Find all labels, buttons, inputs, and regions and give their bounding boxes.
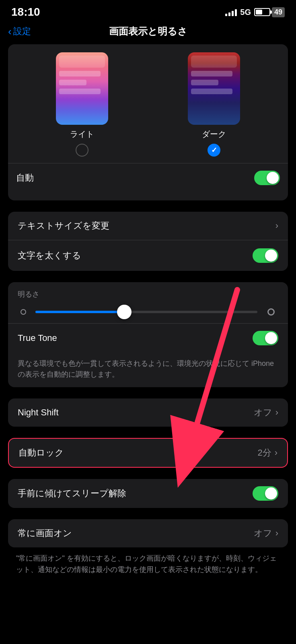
night-shift-section: Night Shift オフ › — [8, 398, 288, 427]
light-theme-preview — [56, 52, 108, 125]
back-button[interactable]: ‹ 設定 — [8, 25, 31, 38]
auto-lock-row[interactable]: 自動ロック 2分 › — [9, 439, 287, 467]
night-shift-row[interactable]: Night Shift オフ › — [8, 398, 288, 427]
chevron-right-icon: › — [275, 221, 278, 231]
brightness-slider-row[interactable] — [8, 301, 288, 323]
status-bar: 18:10 5G 49 — [0, 0, 296, 22]
battery-icon: 49 — [254, 7, 285, 17]
dark-theme-label: ダーク — [202, 129, 226, 140]
page-title: 画面表示と明るさ — [109, 25, 187, 38]
auto-label: 自動 — [16, 172, 34, 184]
sun-small-icon — [18, 306, 29, 318]
signal-icon — [225, 8, 237, 16]
bold-toggle-row[interactable]: 文字を太くする — [8, 240, 288, 271]
battery-percent: 49 — [272, 7, 285, 17]
auto-lock-section: 自動ロック 2分 › — [8, 438, 288, 468]
auto-lock-label: 自動ロック — [18, 447, 64, 459]
night-shift-value: オフ — [254, 407, 272, 419]
time-display: 18:10 — [11, 6, 40, 19]
dark-theme-preview — [188, 52, 240, 125]
bold-toggle[interactable] — [253, 248, 278, 263]
always-on-section: 常に画面オン オフ › — [8, 519, 288, 547]
bold-label: 文字を太くする — [18, 250, 81, 262]
true-tone-label: True Tone — [18, 333, 57, 343]
wake-label: 手前に傾けてスリープ解除 — [18, 487, 126, 500]
text-section: テキストサイズを変更 › 文字を太くする — [8, 212, 288, 271]
wake-toggle[interactable] — [253, 486, 278, 501]
status-right: 5G 49 — [225, 7, 285, 17]
network-label: 5G — [240, 8, 251, 17]
always-on-label: 常に画面オン — [18, 527, 72, 539]
sun-large-icon — [264, 305, 278, 319]
auto-lock-right: 2分 › — [257, 447, 278, 459]
dark-theme-option[interactable]: ダーク — [188, 52, 240, 157]
always-on-right: オフ › — [254, 527, 278, 539]
text-size-row[interactable]: テキストサイズを変更 › — [8, 212, 288, 240]
light-theme-label: ライト — [70, 129, 94, 140]
theme-options: ライト ダーク — [16, 52, 280, 157]
night-shift-right: オフ › — [254, 407, 278, 419]
true-tone-desc: 異なる環境でも色が一貫して表示されるように、環境光の状況に応じて iPhone … — [8, 353, 288, 387]
nav-bar: ‹ 設定 画面表示と明るさ — [0, 22, 296, 44]
auto-lock-chevron-icon: › — [275, 448, 278, 458]
always-on-row[interactable]: 常に画面オン オフ › — [8, 519, 288, 547]
back-chevron-icon: ‹ — [8, 25, 12, 38]
light-theme-option[interactable]: ライト — [56, 52, 108, 157]
brightness-label: 明るさ — [8, 282, 288, 301]
brightness-slider[interactable] — [35, 311, 257, 313]
true-tone-toggle[interactable] — [253, 331, 278, 345]
night-shift-chevron-icon: › — [275, 407, 278, 418]
auto-toggle-row[interactable]: 自動 — [16, 163, 280, 192]
always-on-value: オフ — [254, 527, 272, 539]
wake-section: 手前に傾けてスリープ解除 — [8, 479, 288, 508]
theme-section: ライト ダーク 自動 — [8, 44, 288, 200]
text-size-label: テキストサイズを変更 — [18, 220, 109, 232]
auto-toggle[interactable] — [254, 171, 280, 185]
wake-toggle-row[interactable]: 手前に傾けてスリープ解除 — [8, 479, 288, 508]
light-theme-radio[interactable] — [76, 144, 88, 157]
always-on-chevron-icon: › — [275, 528, 278, 539]
always-on-footer: "常に画面オン" を有効にすると、ロック画面が暗くなりますが、時刻、ウィジェット… — [8, 547, 288, 584]
brightness-section: 明るさ True Tone 異なる環境でも色が一貫して表示されるように、環境光の… — [8, 282, 288, 387]
dark-theme-radio[interactable] — [208, 144, 220, 157]
night-shift-label: Night Shift — [18, 407, 59, 418]
back-label: 設定 — [13, 25, 31, 37]
true-tone-row[interactable]: True Tone — [8, 324, 288, 353]
auto-lock-value: 2分 — [257, 447, 271, 459]
text-size-right: › — [275, 221, 278, 231]
